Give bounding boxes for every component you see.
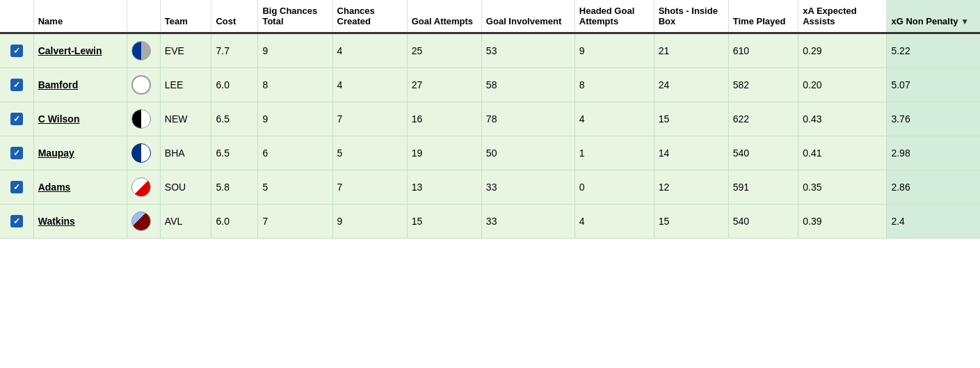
stats-table: Name Team Cost Big Chances Total Chances… bbox=[0, 0, 980, 239]
headed-goal-attempts-value: 1 bbox=[575, 136, 654, 170]
goal-involvement-value: 33 bbox=[481, 170, 575, 205]
goal-attempts-value: 27 bbox=[407, 68, 481, 102]
big-chances-value: 7 bbox=[258, 205, 332, 239]
shots-inside-box-value: 15 bbox=[654, 102, 728, 136]
checkbox[interactable] bbox=[10, 147, 23, 159]
header-chances-created[interactable]: Chances Created bbox=[332, 0, 407, 33]
goal-involvement-value: 58 bbox=[481, 68, 575, 102]
goal-attempts-value: 13 bbox=[407, 170, 481, 205]
team-icon-cell bbox=[127, 33, 160, 68]
chances-created-value: 9 bbox=[332, 205, 407, 239]
player-name-link[interactable]: Maupay bbox=[38, 147, 74, 159]
xa-value: 0.41 bbox=[798, 136, 887, 170]
xa-value: 0.35 bbox=[798, 170, 887, 205]
headed-goal-attempts-value: 9 bbox=[575, 33, 654, 68]
headed-goal-attempts-value: 4 bbox=[575, 102, 654, 136]
checkbox[interactable] bbox=[10, 79, 23, 91]
team-icon-cell bbox=[127, 205, 160, 239]
team-icon-eve bbox=[131, 41, 151, 61]
xg-value: 2.98 bbox=[887, 136, 980, 170]
checkbox[interactable] bbox=[10, 181, 23, 193]
table-row: Maupay BHA 6.5 6 5 19 50 1 14 540 0.41 2… bbox=[0, 136, 980, 170]
team-icon-bha bbox=[131, 143, 151, 163]
team-abbr: BHA bbox=[160, 136, 211, 170]
big-chances-value: 9 bbox=[258, 33, 332, 68]
header-goal-attempts[interactable]: Goal Attempts bbox=[407, 0, 481, 33]
checkbox[interactable] bbox=[10, 113, 23, 125]
cost-value: 6.5 bbox=[211, 102, 258, 136]
row-checkbox-cell bbox=[0, 205, 33, 239]
player-name-link[interactable]: C Wilson bbox=[38, 113, 80, 125]
header-check bbox=[0, 0, 33, 33]
chances-created-value: 4 bbox=[332, 33, 407, 68]
xa-value: 0.29 bbox=[798, 33, 887, 68]
time-played-value: 622 bbox=[728, 102, 798, 136]
player-name-link[interactable]: Watkins bbox=[38, 216, 75, 227]
xa-value: 0.39 bbox=[798, 205, 887, 239]
player-name-cell: Adams bbox=[33, 170, 127, 205]
team-icon-cell bbox=[127, 102, 160, 136]
headed-goal-attempts-value: 8 bbox=[575, 68, 654, 102]
shots-inside-box-value: 15 bbox=[654, 205, 728, 239]
header-headed-goal-attempts[interactable]: Headed Goal Attempts bbox=[575, 0, 654, 33]
table-row: Calvert-Lewin EVE 7.7 9 4 25 53 9 21 610… bbox=[0, 33, 980, 68]
stats-table-container: Name Team Cost Big Chances Total Chances… bbox=[0, 0, 980, 239]
row-checkbox-cell bbox=[0, 170, 33, 205]
row-checkbox-cell bbox=[0, 102, 33, 136]
row-checkbox-cell bbox=[0, 136, 33, 170]
xg-value: 5.22 bbox=[887, 33, 980, 68]
chances-created-value: 4 bbox=[332, 68, 407, 102]
time-played-value: 610 bbox=[728, 33, 798, 68]
player-name-cell: Bamford bbox=[33, 68, 127, 102]
checkbox[interactable] bbox=[10, 45, 23, 57]
cost-value: 7.7 bbox=[211, 33, 258, 68]
table-row: C Wilson NEW 6.5 9 7 16 78 4 15 622 0.43… bbox=[0, 102, 980, 136]
shots-inside-box-value: 12 bbox=[654, 170, 728, 205]
team-icon-new bbox=[131, 109, 151, 129]
goal-involvement-value: 53 bbox=[481, 33, 575, 68]
header-goal-involvement[interactable]: Goal Involvement bbox=[481, 0, 575, 33]
player-name-cell: Calvert-Lewin bbox=[33, 33, 127, 68]
header-team: Team bbox=[160, 0, 211, 33]
time-played-value: 591 bbox=[728, 170, 798, 205]
player-name-link[interactable]: Adams bbox=[38, 182, 71, 193]
big-chances-value: 5 bbox=[258, 170, 332, 205]
header-xa[interactable]: xA Expected Assists bbox=[798, 0, 887, 33]
big-chances-value: 9 bbox=[258, 102, 332, 136]
player-name-link[interactable]: Calvert-Lewin bbox=[38, 45, 102, 56]
team-icon-cell bbox=[127, 136, 160, 170]
header-time-played[interactable]: Time Played bbox=[728, 0, 798, 33]
headed-goal-attempts-value: 0 bbox=[575, 170, 654, 205]
header-xg[interactable]: xG Non Penalty ▼ bbox=[887, 0, 980, 33]
goal-attempts-value: 16 bbox=[407, 102, 481, 136]
time-played-value: 540 bbox=[728, 136, 798, 170]
big-chances-value: 8 bbox=[258, 68, 332, 102]
checkbox[interactable] bbox=[10, 215, 23, 227]
table-body: Calvert-Lewin EVE 7.7 9 4 25 53 9 21 610… bbox=[0, 33, 980, 239]
xg-value: 5.07 bbox=[887, 68, 980, 102]
goal-attempts-value: 25 bbox=[407, 33, 481, 68]
header-shots-inside-box[interactable]: Shots - Inside Box bbox=[654, 0, 728, 33]
team-icon-sou bbox=[131, 177, 151, 197]
header-name: Name bbox=[33, 0, 127, 33]
xg-value: 2.4 bbox=[887, 205, 980, 239]
cost-value: 6.0 bbox=[211, 205, 258, 239]
row-checkbox-cell bbox=[0, 68, 33, 102]
goal-involvement-value: 78 bbox=[481, 102, 575, 136]
header-cost: Cost bbox=[211, 0, 258, 33]
player-name-link[interactable]: Bamford bbox=[38, 79, 79, 90]
header-big-chances[interactable]: Big Chances Total bbox=[258, 0, 332, 33]
team-abbr: EVE bbox=[160, 33, 211, 68]
team-abbr: NEW bbox=[160, 102, 211, 136]
xg-value: 3.76 bbox=[887, 102, 980, 136]
player-name-cell: Watkins bbox=[33, 205, 127, 239]
cost-value: 6.5 bbox=[211, 136, 258, 170]
player-name-cell: Maupay bbox=[33, 136, 127, 170]
goal-involvement-value: 33 bbox=[481, 205, 575, 239]
team-icon-lee bbox=[131, 75, 151, 95]
table-row: Bamford LEE 6.0 8 4 27 58 8 24 582 0.20 … bbox=[0, 68, 980, 102]
xa-value: 0.43 bbox=[798, 102, 887, 136]
team-abbr: SOU bbox=[160, 170, 211, 205]
header-team-icon bbox=[127, 0, 160, 33]
row-checkbox-cell bbox=[0, 33, 33, 68]
